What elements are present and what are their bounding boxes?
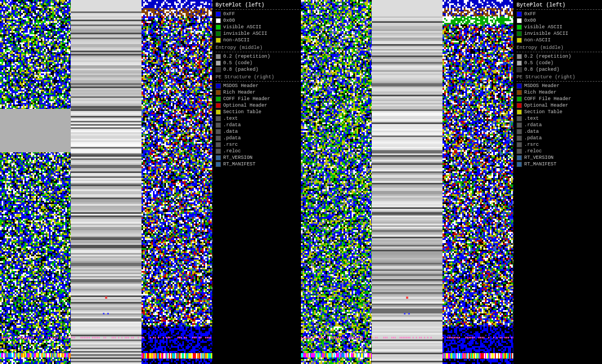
color-swatch [216,67,221,72]
legend-label: RT_MANIFEST [223,162,255,167]
color-swatch [517,155,522,161]
color-swatch [517,109,522,115]
legend-label: .rsrc [524,142,539,147]
color-swatch [517,149,522,154]
color-swatch [216,135,221,141]
legend-label: .reloc [223,149,241,154]
legend-label: RT_VERSION [524,155,554,161]
legend-2: BytePlot (left) 0xFF 0x00 visible ASCII … [513,0,602,364]
panel-1: BytePlot (left) 0xFF 0x00 visible ASCII … [0,0,301,364]
color-swatch [517,11,522,17]
legend-item-00-1: 0x00 [216,18,304,23]
color-swatch [517,67,522,72]
legend-label: Optional Header [223,103,267,108]
legend-item-msdos-2: MSDOS Header [517,83,602,89]
byteplot-right-2 [443,0,513,364]
legend-label: invisible ASCII [524,31,568,36]
legend-item-invisible-2: invisible ASCII [517,31,602,36]
legend-item-rdata-2: .rdata [517,122,602,128]
legend-item-ff-2: 0xFF [517,11,602,17]
legend-label: .pdata [524,135,542,141]
legend-divider-1 [216,9,304,10]
legend-item-data-1: .data [216,129,304,134]
legend-label: non-ASCII [524,38,551,43]
legend-label: .rdata [223,122,241,128]
byteplot-middle-1 [71,0,142,364]
pe-canvas [142,0,212,364]
legend-item-coff-1: COFF File Header [216,96,304,102]
color-swatch [517,116,522,121]
legend-label: .data [524,129,539,134]
byteplot-canvas [0,0,71,364]
legend-item-rich-2: Rich Header [517,90,602,95]
color-swatch [216,116,221,121]
legend-label: 0xFF [524,11,536,17]
legend-label: 0xFF [223,11,235,17]
entropy-canvas [71,0,142,364]
legend-label: Section Table [223,109,261,115]
color-swatch [216,129,221,134]
legend-label: 0.2 (repetition) [223,54,270,59]
legend-item-pdata-2: .pdata [517,135,602,141]
legend-item-text-1: .text [216,116,304,121]
color-swatch [216,54,221,59]
legend-1: BytePlot (left) 0xFF 0x00 visible ASCII … [212,0,308,364]
byteplot-middle-2 [372,0,443,364]
color-swatch [216,60,221,66]
legend-item-rtman-1: RT_MANIFEST [216,162,304,167]
legend-label: visible ASCII [524,24,562,30]
legend-item-reloc-2: .reloc [517,149,602,154]
legend-item-nonascii-2: non-ASCII [517,38,602,43]
color-swatch [517,24,522,30]
legend-item-data-2: .data [517,129,602,134]
entropy-section-title-1: Entropy (middle) [216,45,304,51]
color-swatch [216,31,221,36]
legend-item-00-2: 0x00 [517,18,602,23]
legend-item-code-1: 0.5 (code) [216,60,304,66]
legend-item-visible-1: visible ASCII [216,24,304,30]
legend-item-rep-1: 0.2 (repetition) [216,54,304,59]
legend-item-visible-2: visible ASCII [517,24,602,30]
pe-section-title-2: PE Structure (right) [517,75,602,80]
entropy-canvas [372,0,443,364]
legend-title-1: BytePlot (left) [216,2,304,8]
legend-item-packed-2: 0.8 (packed) [517,67,602,72]
legend-label: .reloc [524,149,542,154]
legend-label: Optional Header [524,103,568,108]
legend-item-nonascii-1: non-ASCII [216,38,304,43]
entropy-divider-1 [216,52,304,52]
legend-item-rep-2: 0.2 (repetition) [517,54,602,59]
legend-label: .text [223,116,238,121]
legend-label: Section Table [524,109,562,115]
legend-label: .rdata [524,122,542,128]
color-swatch [517,54,522,59]
legend-item-ff-1: 0xFF [216,11,304,17]
pe-divider-1 [216,81,304,82]
legend-item-rdata-1: .rdata [216,122,304,128]
legend-item-rtman-2: RT_MANIFEST [517,162,602,167]
legend-item-reloc-1: .reloc [216,149,304,154]
color-swatch [517,18,522,23]
legend-label: Rich Header [524,90,556,95]
color-swatch [216,162,221,167]
legend-label: 0.2 (repetition) [524,54,571,59]
legend-label: MSDOS Header [223,83,259,89]
color-swatch [216,96,221,102]
legend-item-msdos-1: MSDOS Header [216,83,304,89]
color-swatch [216,90,221,95]
color-swatch [517,83,522,89]
color-swatch [216,11,221,17]
legend-label: 0.8 (packed) [524,67,560,72]
color-swatch [517,96,522,102]
color-swatch [517,103,522,108]
pe-section-title-1: PE Structure (right) [216,75,304,80]
color-swatch [517,129,522,134]
legend-label: RT_MANIFEST [524,162,556,167]
byteplot-canvas [301,0,372,364]
color-swatch [216,24,221,30]
legend-label: COFF File Header [223,96,270,102]
legend-label: visible ASCII [223,24,261,30]
legend-label: non-ASCII [223,38,250,43]
legend-item-text-2: .text [517,116,602,121]
legend-item-optional-1: Optional Header [216,103,304,108]
